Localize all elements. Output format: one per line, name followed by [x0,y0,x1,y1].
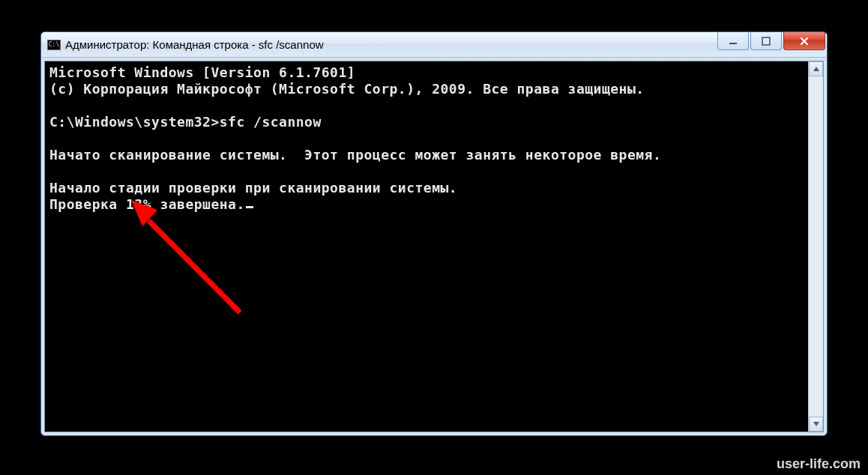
minimize-icon [729,37,738,46]
window-controls [717,32,825,57]
cmd-icon: C:\ [47,40,61,50]
svg-rect-0 [729,43,737,44]
maximize-icon [762,37,771,46]
chevron-down-icon [813,422,819,426]
titlebar[interactable]: C:\ Администратор: Командная строка - sf… [41,32,827,58]
scroll-track[interactable] [809,76,823,417]
minimize-button[interactable] [717,32,749,50]
terminal-line: C:\Windows\system32>sfc /scannow [49,114,322,130]
cursor [246,206,253,208]
scroll-down-button[interactable] [809,417,823,432]
scroll-up-button[interactable] [809,61,823,76]
watermark: user-life.com [777,456,861,472]
maximize-button[interactable] [750,32,782,50]
svg-rect-1 [762,37,770,45]
command-prompt-window: C:\ Администратор: Командная строка - sf… [40,31,828,436]
terminal-line: Проверка 13% завершена. [49,196,245,212]
close-icon [799,36,810,46]
client-area: Microsoft Windows [Version 6.1.7601] (c)… [44,61,824,432]
window-title: Администратор: Командная строка - sfc /s… [65,38,717,51]
terminal-line: (c) Корпорация Майкрософт (Microsoft Cor… [49,81,645,97]
terminal-line: Microsoft Windows [Version 6.1.7601] [49,64,355,80]
vertical-scrollbar[interactable] [808,61,823,432]
terminal-output[interactable]: Microsoft Windows [Version 6.1.7601] (c)… [45,61,808,432]
terminal-line: Начато сканирование системы. Этот процес… [49,147,661,163]
close-button[interactable] [783,32,825,50]
chevron-up-icon [813,67,819,71]
terminal-line: Начало стадии проверки при сканировании … [49,180,457,196]
